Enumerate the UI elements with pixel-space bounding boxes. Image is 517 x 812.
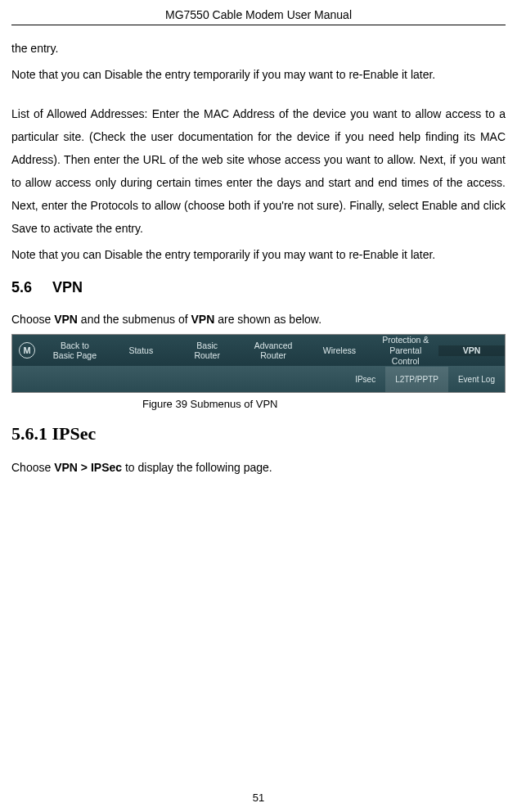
text-run: Choose: [11, 461, 54, 474]
section-heading-vpn: 5.6 VPN: [11, 279, 506, 296]
nav-status[interactable]: Status: [108, 345, 174, 356]
figure-caption: Figure 39 Submenus of VPN: [118, 398, 506, 410]
section-title: VPN: [52, 279, 83, 295]
section-number: 5.6: [11, 279, 32, 295]
subnav-ipsec[interactable]: IPsec: [345, 367, 385, 393]
nav-wireless[interactable]: Wireless: [306, 345, 372, 356]
motorola-logo-icon: M: [19, 342, 35, 359]
body-paragraph: List of Allowed Addresses: Enter the MAC…: [11, 102, 506, 240]
text-bold: VPN: [54, 313, 78, 326]
body-paragraph: Note that you can Disable the entry temp…: [11, 63, 506, 86]
text-bold: VPN: [191, 313, 215, 326]
nav-advanced-router[interactable]: Advanced Router: [241, 341, 307, 361]
nav-protection-parental[interactable]: Protection & Parental Control: [372, 335, 438, 366]
page-number: 51: [0, 792, 517, 804]
nav-basic-router[interactable]: Basic Router: [174, 341, 241, 361]
text-run: Choose: [11, 313, 54, 326]
text-run: and the submenus of: [78, 313, 191, 326]
subnav-event-log[interactable]: Event Log: [448, 367, 505, 393]
text-bold: VPN > IPSec: [54, 461, 122, 474]
body-paragraph: Note that you can Disable the entry temp…: [11, 243, 506, 266]
vpn-intro-paragraph: Choose VPN and the submenus of VPN are s…: [11, 308, 506, 331]
vpn-submenu-screenshot: M Back to Basic Page Status Basic Router…: [11, 334, 506, 393]
nav-vpn[interactable]: VPN: [438, 345, 505, 356]
brand-logo: M: [12, 342, 42, 359]
nav-back-to-basic[interactable]: Back to Basic Page: [42, 341, 108, 361]
subsection-heading-ipsec: 5.6.1 IPSec: [11, 423, 506, 444]
body-paragraph: the entry.: [11, 37, 506, 60]
document-header: MG7550 Cable Modem User Manual: [11, 8, 506, 25]
text-run: are shown as below.: [214, 313, 321, 326]
nav-top-row: M Back to Basic Page Status Basic Router…: [12, 335, 505, 367]
ipsec-intro-paragraph: Choose VPN > IPSec to display the follow…: [11, 456, 506, 479]
subnav-l2tp-pptp[interactable]: L2TP/PPTP: [385, 367, 448, 393]
nav-bottom-row: IPsec L2TP/PPTP Event Log: [12, 367, 505, 393]
text-run: to display the following page.: [122, 461, 272, 474]
